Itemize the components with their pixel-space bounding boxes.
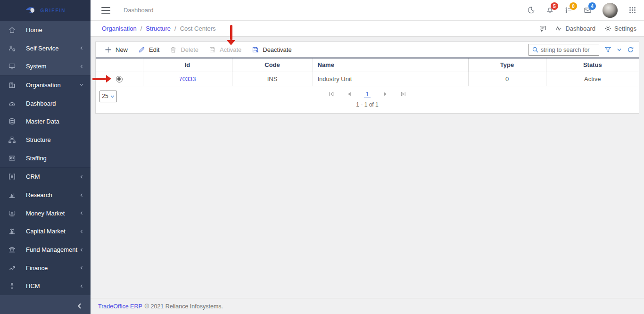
sidebar-item-label: Money Market bbox=[26, 210, 79, 217]
chevron-left-icon bbox=[79, 248, 84, 252]
sidebar-item-label: Self Service bbox=[26, 45, 79, 52]
current-page-number[interactable]: 1 bbox=[364, 91, 370, 98]
sidebar-item-capital-market[interactable]: Capital Market bbox=[0, 223, 91, 241]
sidebar-item-crm[interactable]: CRM bbox=[0, 168, 91, 186]
chevron-left-icon bbox=[79, 265, 84, 270]
column-header-type[interactable]: Type bbox=[468, 58, 546, 72]
pager-controls-group: 1 1 - 1 of 1 bbox=[96, 91, 639, 108]
mail-envelope-icon[interactable]: 4 bbox=[584, 6, 592, 14]
red-arrow-right-annotation bbox=[92, 75, 111, 83]
column-header-name[interactable]: Name bbox=[313, 58, 468, 72]
footer-copyright: © 2021 Reliance Infosystems. bbox=[145, 303, 223, 310]
bell-badge: 5 bbox=[551, 2, 558, 10]
chevron-left-icon bbox=[79, 284, 84, 289]
row-radio-selected[interactable] bbox=[116, 76, 123, 83]
sidebar-item-finance[interactable]: Finance bbox=[0, 259, 91, 277]
sidebar-item-label: Capital Market bbox=[26, 228, 79, 235]
hamburger-menu-icon[interactable] bbox=[101, 7, 110, 14]
system-icon bbox=[8, 62, 16, 70]
logo: GRIFFIN bbox=[0, 0, 91, 21]
trash-icon bbox=[170, 46, 177, 53]
sidebar-item-label: Fund Management bbox=[26, 246, 79, 253]
delete-button[interactable]: Delete bbox=[165, 42, 204, 58]
sidebar-item-label: Organisation bbox=[26, 82, 79, 89]
settings-link[interactable]: Settings bbox=[604, 25, 636, 32]
refresh-icon[interactable] bbox=[627, 46, 634, 53]
structure-icon bbox=[8, 136, 16, 144]
pagination-summary: 1 - 1 of 1 bbox=[356, 101, 378, 108]
red-arrow-down-annotation bbox=[227, 25, 235, 45]
sidebar-item-staffing[interactable]: Staffing bbox=[0, 149, 91, 167]
filter-chevron-down-icon[interactable] bbox=[617, 47, 622, 52]
row-status-cell: Active bbox=[546, 72, 639, 86]
edit-button[interactable]: Edit bbox=[133, 42, 165, 58]
save-file-icon bbox=[209, 46, 216, 53]
column-header-status[interactable]: Status bbox=[546, 58, 639, 72]
sidebar-item-money-market[interactable]: Money Market bbox=[0, 204, 91, 223]
activate-button[interactable]: Activate bbox=[204, 42, 247, 58]
filter-funnel-icon[interactable] bbox=[604, 46, 611, 53]
next-page-icon[interactable] bbox=[382, 91, 388, 97]
sidebar-group-top: Home Self Service System bbox=[0, 21, 91, 75]
chevron-down-icon bbox=[110, 94, 115, 99]
sidebar-item-research[interactable]: Research bbox=[0, 186, 91, 204]
sidebar-item-label: Master Data bbox=[26, 118, 84, 125]
row-type-cell: 0 bbox=[468, 72, 546, 86]
dark-mode-moon-icon[interactable] bbox=[527, 6, 535, 14]
fund-management-icon bbox=[8, 246, 16, 254]
previous-page-icon[interactable] bbox=[346, 91, 352, 97]
topbar-actions: 5 0 4 bbox=[527, 3, 636, 18]
sidebar-item-fund-management[interactable]: Fund Management bbox=[0, 240, 91, 259]
sidebar-item-structure[interactable]: Structure bbox=[0, 131, 91, 149]
last-page-icon[interactable] bbox=[400, 91, 406, 97]
sidebar-item-home[interactable]: Home bbox=[0, 21, 91, 39]
money-market-icon bbox=[8, 209, 16, 217]
sidebar-item-dashboard[interactable]: Dashboard bbox=[0, 94, 91, 113]
sidebar-item-label: HCM bbox=[26, 282, 79, 289]
row-id-link[interactable]: 70333 bbox=[179, 75, 196, 83]
chevron-left-icon bbox=[79, 46, 84, 50]
new-button[interactable]: New bbox=[99, 42, 133, 58]
user-avatar[interactable] bbox=[603, 3, 618, 18]
breadcrumb-separator: / bbox=[140, 25, 142, 32]
self-service-icon bbox=[8, 44, 16, 52]
sidebar-item-label: Research bbox=[26, 191, 79, 198]
sidebar-item-master-data[interactable]: Master Data bbox=[0, 112, 91, 131]
capital-market-icon bbox=[8, 227, 16, 235]
notifications-bell-icon[interactable]: 5 bbox=[546, 6, 554, 14]
table-row[interactable]: 70333 INS Industry Unit 0 Active bbox=[96, 72, 639, 86]
sidebar-item-label: Finance bbox=[26, 264, 79, 272]
finance-icon bbox=[8, 264, 16, 272]
footer-brand-link[interactable]: TradeOffice ERP bbox=[98, 303, 142, 310]
breadcrumb-structure[interactable]: Structure bbox=[146, 25, 171, 32]
row-code-cell: INS bbox=[232, 72, 313, 86]
search-input[interactable] bbox=[541, 47, 595, 53]
breadcrumb-current: Cost Centers bbox=[180, 25, 216, 32]
page-size-select[interactable]: 25 bbox=[99, 91, 117, 102]
sidebar: GRIFFIN Home Self Service System Organis… bbox=[0, 0, 91, 314]
column-header-select[interactable] bbox=[96, 58, 143, 72]
grid-panel: New Edit Delete Activate bbox=[95, 41, 639, 114]
toolbar-search-group bbox=[528, 44, 635, 56]
comment-icon[interactable] bbox=[539, 25, 546, 32]
page-actions: Dashboard Settings bbox=[539, 25, 636, 32]
dashboard-link[interactable]: Dashboard bbox=[555, 25, 595, 32]
deactivate-button[interactable]: Deactivate bbox=[247, 42, 297, 58]
gear-icon bbox=[604, 25, 611, 32]
apps-grid-icon[interactable] bbox=[628, 6, 636, 14]
column-header-id[interactable]: Id bbox=[143, 58, 232, 72]
sidebar-item-self-service[interactable]: Self Service bbox=[0, 39, 91, 58]
sidebar-collapse-button[interactable] bbox=[76, 303, 83, 309]
sidebar-item-system[interactable]: System bbox=[0, 57, 91, 75]
breadcrumb-organisation[interactable]: Organisation bbox=[102, 25, 137, 32]
staffing-icon bbox=[8, 154, 16, 162]
sidebar-item-organisation[interactable]: Organisation bbox=[0, 76, 91, 94]
tasks-list-icon[interactable]: 0 bbox=[565, 6, 573, 14]
first-page-icon[interactable] bbox=[328, 91, 334, 97]
sidebar-item-hcm[interactable]: HCM bbox=[0, 277, 91, 296]
plus-icon bbox=[105, 46, 112, 53]
grid-toolbar: New Edit Delete Activate bbox=[96, 42, 639, 58]
page-title: Dashboard bbox=[124, 7, 154, 14]
column-header-code[interactable]: Code bbox=[232, 58, 313, 72]
row-id-cell: 70333 bbox=[143, 72, 232, 86]
